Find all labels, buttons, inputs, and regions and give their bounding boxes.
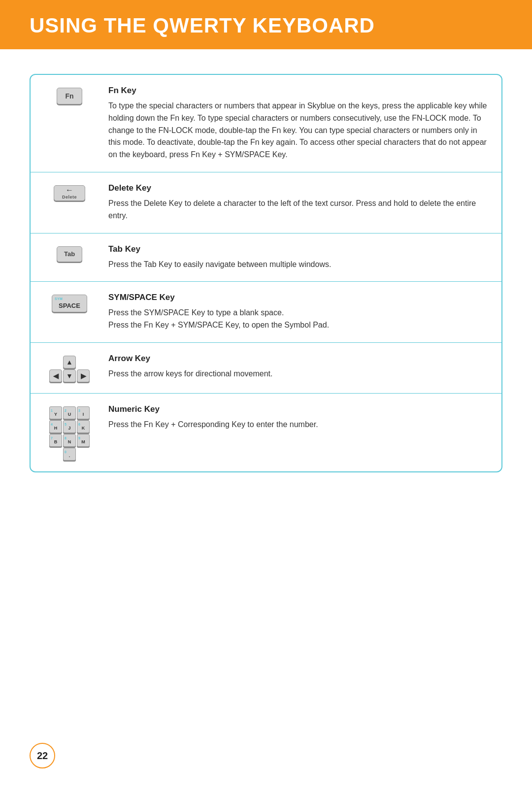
- table-row: 1Y 2U 3I 4H 5J 6K 7B 8N 9M: [31, 394, 501, 471]
- sym-space-key-illustration: SYM SPACE: [52, 295, 87, 312]
- fn-key-cell: Fn: [42, 86, 97, 104]
- page-number: 22: [30, 743, 55, 768]
- delete-arrow-icon: ←: [66, 186, 73, 194]
- tab-key-description: Press the Tab Key to easily navigate bet…: [108, 259, 490, 271]
- numeric-row-2: 4H 5J 6K: [49, 420, 90, 433]
- arrow-key-desc-cell: Arrow Key Press the arrow keys for direc…: [108, 354, 490, 380]
- fn-key-label: Fn Key: [108, 86, 490, 96]
- keyboard-table: Fn Fn Key To type the special characters…: [30, 74, 502, 472]
- page-number-container: 22: [30, 743, 55, 768]
- numeric-row-1: 1Y 2U 3I: [49, 406, 90, 419]
- fn-key-illustration: Fn: [57, 88, 82, 104]
- arrow-keys-illustration: ▲ ◀ ▼ ▶: [49, 356, 90, 382]
- num-key-3i: 3I: [77, 406, 90, 419]
- tab-key-desc-cell: Tab Key Press the Tab Key to easily navi…: [108, 244, 490, 271]
- arrow-right-key: ▶: [77, 369, 90, 382]
- numeric-key-desc-cell: Numeric Key Press the Fn Key + Correspon…: [108, 404, 490, 431]
- numeric-key-description: Press the Fn Key + Corresponding Key to …: [108, 419, 490, 431]
- num-key-5j: 5J: [63, 420, 76, 433]
- space-label: SPACE: [59, 302, 80, 309]
- sym-space-key-description: Press the SYM/SPACE Key to type a blank …: [108, 307, 490, 332]
- num-key-6k: 6K: [77, 420, 90, 433]
- header-banner: USING THE QWERTY KEYBOARD: [0, 0, 532, 49]
- num-key-9m: 9M: [77, 434, 90, 447]
- num-key-2u: 2U: [63, 406, 76, 419]
- arrow-key-description: Press the arrow keys for directional mov…: [108, 368, 490, 380]
- arrow-up-key: ▲: [63, 356, 76, 368]
- table-row: Tab Tab Key Press the Tab Key to easily …: [31, 233, 501, 282]
- arrow-left-key: ◀: [49, 369, 62, 382]
- sym-label: SYM: [55, 297, 63, 300]
- table-row: ← Delete Delete Key Press the Delete Key…: [31, 172, 501, 233]
- tab-key-illustration: Tab: [57, 246, 82, 262]
- numeric-key-label: Numeric Key: [108, 404, 490, 414]
- num-key-7b: 7B: [49, 434, 62, 447]
- table-row: ▲ ◀ ▼ ▶ Arrow Key Press the arrow keys f…: [31, 343, 501, 394]
- delete-key-illustration: ← Delete: [54, 185, 85, 201]
- page-title: USING THE QWERTY KEYBOARD: [30, 14, 502, 37]
- delete-key-label: Delete Key: [108, 183, 490, 193]
- num-key-4h: 4H: [49, 420, 62, 433]
- num-key-8n: 8N: [63, 434, 76, 447]
- numeric-row-3: 7B 8N 9M: [49, 434, 90, 447]
- arrow-down-key: ▼: [63, 369, 76, 382]
- table-row: SYM SPACE SYM/SPACE Key Press the SYM/SP…: [31, 282, 501, 343]
- main-content: Fn Fn Key To type the special characters…: [0, 49, 532, 502]
- delete-key-desc-cell: Delete Key Press the Delete Key to delet…: [108, 183, 490, 222]
- arrow-bottom-row: ◀ ▼ ▶: [49, 369, 90, 382]
- sym-space-key-cell: SYM SPACE: [42, 293, 97, 312]
- tab-key-cell: Tab: [42, 244, 97, 262]
- sym-space-key-label: SYM/SPACE Key: [108, 293, 490, 302]
- numeric-key-cell: 1Y 2U 3I 4H 5J 6K 7B 8N 9M: [42, 404, 97, 461]
- fn-key-desc-cell: Fn Key To type the special characters or…: [108, 86, 490, 161]
- delete-text-label: Delete: [62, 195, 77, 200]
- num-key-1y: 1Y: [49, 406, 62, 419]
- fn-key-description: To type the special characters or number…: [108, 100, 490, 161]
- delete-key-cell: ← Delete: [42, 183, 97, 201]
- numeric-row-4: 0.: [49, 448, 90, 461]
- delete-key-description: Press the Delete Key to delete a charact…: [108, 198, 490, 222]
- arrow-key-label: Arrow Key: [108, 354, 490, 364]
- numeric-keys-illustration: 1Y 2U 3I 4H 5J 6K 7B 8N 9M: [49, 406, 90, 461]
- num-key-0dot: 0.: [63, 448, 76, 461]
- arrow-key-cell: ▲ ◀ ▼ ▶: [42, 354, 97, 382]
- table-row: Fn Fn Key To type the special characters…: [31, 75, 501, 172]
- tab-key-label: Tab Key: [108, 244, 490, 254]
- sym-space-key-desc-cell: SYM/SPACE Key Press the SYM/SPACE Key to…: [108, 293, 490, 332]
- arrow-top-row: ▲: [63, 356, 76, 368]
